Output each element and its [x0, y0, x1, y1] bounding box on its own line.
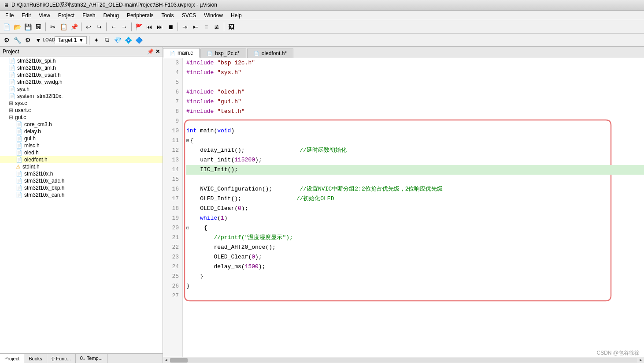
- tree-item-oled-h[interactable]: 📄oled.h: [0, 149, 163, 156]
- tree-item-system-stm32f10x-[interactable]: 📄system_stm32f10x.: [0, 93, 163, 100]
- menu-item-view[interactable]: View: [35, 11, 54, 19]
- component3-btn[interactable]: 🔷: [134, 35, 144, 45]
- tree-item-oledfont-h[interactable]: 📄oledfont.h: [0, 156, 163, 163]
- file-icon: 📄: [9, 72, 15, 78]
- paste-btn[interactable]: 📌: [69, 22, 79, 32]
- wizard-btn[interactable]: ✦: [92, 35, 101, 45]
- build-btn[interactable]: ⚙: [2, 35, 11, 45]
- target-selector[interactable]: Target 1 ▼: [55, 36, 87, 44]
- tree-item-stm32f10x-can-h[interactable]: 📄stm32f10x_can.h: [0, 191, 163, 198]
- component-btn[interactable]: 💎: [113, 35, 122, 45]
- code-container[interactable]: 3456789101112131415161718192021222324252…: [163, 58, 644, 357]
- menu-item-tools[interactable]: Tools: [158, 11, 178, 19]
- tab-oledfont-h-[interactable]: 📄oledfont.h*: [247, 49, 293, 58]
- tree-item-delay-h[interactable]: 📄delay.h: [0, 128, 163, 135]
- menu-item-svcs[interactable]: SVCS: [178, 11, 200, 19]
- component2-btn[interactable]: 💠: [123, 35, 133, 45]
- build2-btn[interactable]: 🔧: [12, 35, 22, 45]
- line-number-15: 15: [167, 175, 179, 184]
- menu-item-file[interactable]: File: [2, 11, 17, 19]
- sidebar-tab-temp[interactable]: 0₊ Temp...: [76, 354, 107, 363]
- code-line-7: #include "gui.h": [186, 97, 644, 107]
- fold-icon[interactable]: ⊟: [186, 223, 189, 233]
- tree-item-stm32f10x-usart-h[interactable]: 📄stm32f10x_usart.h: [0, 71, 163, 79]
- redo-btn[interactable]: ↪: [94, 22, 104, 32]
- bookmark-btn[interactable]: 🚩: [134, 22, 144, 32]
- indent-btn[interactable]: ⇥: [180, 22, 190, 32]
- new-file-btn[interactable]: 📄: [2, 22, 11, 32]
- forward-btn[interactable]: →: [119, 22, 129, 32]
- token-kw: while: [200, 213, 217, 223]
- tree-item-stm32f10x-adc-h[interactable]: 📄stm32f10x_adc.h: [0, 177, 163, 184]
- line-number-25: 25: [167, 272, 179, 281]
- tree-item-usart-c[interactable]: ⊞usart.c: [0, 107, 163, 114]
- menu-item-project[interactable]: Project: [55, 11, 78, 19]
- dropdown-btn[interactable]: ▼: [33, 35, 43, 45]
- save-all-btn[interactable]: 🖫: [33, 22, 43, 32]
- next-bookmark-btn[interactable]: ⏭: [155, 22, 165, 32]
- sidebar-tab-books[interactable]: Books: [24, 354, 47, 363]
- undo-btn[interactable]: ↩: [84, 22, 93, 32]
- close-sidebar-icon[interactable]: ✕: [155, 49, 160, 55]
- save-btn[interactable]: 💾: [23, 22, 33, 32]
- sidebar-tab-project[interactable]: Project: [0, 354, 24, 363]
- line-number-26: 26: [167, 281, 179, 291]
- horizontal-scrollbar-thumb[interactable]: [170, 358, 188, 363]
- copy-btn[interactable]: 📋: [59, 22, 68, 32]
- fold-icon[interactable]: ⊟: [186, 136, 189, 146]
- code-content[interactable]: #include "bsp_i2c.h"#include "sys.h" #in…: [183, 58, 644, 357]
- copy2-btn[interactable]: ⧉: [102, 35, 112, 45]
- target-dropdown-icon[interactable]: ▼: [78, 37, 84, 43]
- scroll-left-btn[interactable]: ◀: [163, 357, 169, 363]
- back-btn[interactable]: ←: [109, 22, 118, 32]
- tree-item-misc-h[interactable]: 📄misc.h: [0, 142, 163, 149]
- menu-item-debug[interactable]: Debug: [100, 11, 122, 19]
- prev-bookmark-btn[interactable]: ⏮: [144, 22, 154, 32]
- scroll-right-btn[interactable]: ▶: [638, 357, 644, 363]
- load-btn[interactable]: LOAD: [44, 35, 54, 45]
- tree-item-stm32f10x-spi-h[interactable]: 📄stm32f10x_spi.h: [0, 57, 163, 64]
- tree-item-stdint-h[interactable]: ⚠stdint.h: [0, 163, 163, 170]
- toolbar-main: 📄 📂 💾 🖫 ✂ 📋 📌 ↩ ↪ ← → 🚩 ⏮ ⏭ ⏹ ⇥ ⇤ ≡ ≢ 🖼: [0, 20, 644, 34]
- menu-item-flash[interactable]: Flash: [79, 11, 99, 19]
- tree-label: stm32f10x_tim.h: [17, 65, 56, 71]
- menu-item-window[interactable]: Window: [200, 11, 226, 19]
- tab-main-c[interactable]: 📄main.c: [163, 48, 200, 58]
- uncomment-btn[interactable]: ≢: [212, 22, 222, 32]
- tab-bsp-i2c-c-[interactable]: 📄bsp_i2c.c*: [200, 49, 246, 58]
- menu-item-help[interactable]: Help: [227, 11, 245, 19]
- unindent-btn[interactable]: ⇤: [191, 22, 200, 32]
- title-text: D:\QianRuShi\OLED系列\stm32_AHT20_OLED-mai…: [11, 1, 217, 9]
- tree-item-stm32f10x-bkp-h[interactable]: 📄stm32f10x_bkp.h: [0, 184, 163, 191]
- tree-item-gui-c[interactable]: ⊟gui.c: [0, 114, 163, 121]
- token-num: 1500: [245, 262, 259, 272]
- bottom-scrollbar[interactable]: ◀ ▶: [163, 357, 644, 363]
- pic-btn[interactable]: 🖼: [226, 22, 236, 32]
- tree-item-gui-h[interactable]: 📄gui.h: [0, 135, 163, 142]
- cut-btn[interactable]: ✂: [48, 22, 58, 32]
- comment-btn[interactable]: ≡: [201, 22, 211, 32]
- horizontal-scrollbar-track[interactable]: [170, 358, 637, 363]
- open-btn[interactable]: 📂: [12, 22, 22, 32]
- tree-label: core_cm3.h: [24, 121, 52, 127]
- options-btn[interactable]: ⚙: [23, 35, 33, 45]
- sidebar-tab-func[interactable]: {} Func...: [47, 354, 76, 363]
- menu-item-edit[interactable]: Edit: [18, 11, 34, 19]
- sidebar-title: Project: [3, 49, 19, 55]
- tree-item-stm32f10x-wwdg-h[interactable]: 📄stm32f10x_wwdg.h: [0, 79, 163, 86]
- tree-label: sys.h: [17, 86, 30, 92]
- clear-bookmarks-btn[interactable]: ⏹: [166, 22, 175, 32]
- pin-icon[interactable]: 📌: [147, 49, 154, 55]
- tree-item-stm32f10x-h[interactable]: 📄stm32f10x.h: [0, 170, 163, 177]
- folder-expanded-icon: ⊟: [9, 114, 13, 120]
- token-kw2: #include: [186, 107, 214, 116]
- tree-item-stm32f10x-tim-h[interactable]: 📄stm32f10x_tim.h: [0, 64, 163, 71]
- menu-item-peripherals[interactable]: Peripherals: [123, 11, 157, 19]
- token-str: "test.h": [217, 107, 244, 116]
- tree-item-sys-c[interactable]: ⊞sys.c: [0, 100, 163, 107]
- tree-item-core-cm3-h[interactable]: 📄core_cm3.h: [0, 121, 163, 128]
- token-str: "sys.h": [217, 68, 241, 78]
- tree-item-sys-h[interactable]: 📄sys.h: [0, 86, 163, 93]
- token-kw2: #include: [186, 58, 214, 68]
- file-icon: 📄: [9, 93, 15, 99]
